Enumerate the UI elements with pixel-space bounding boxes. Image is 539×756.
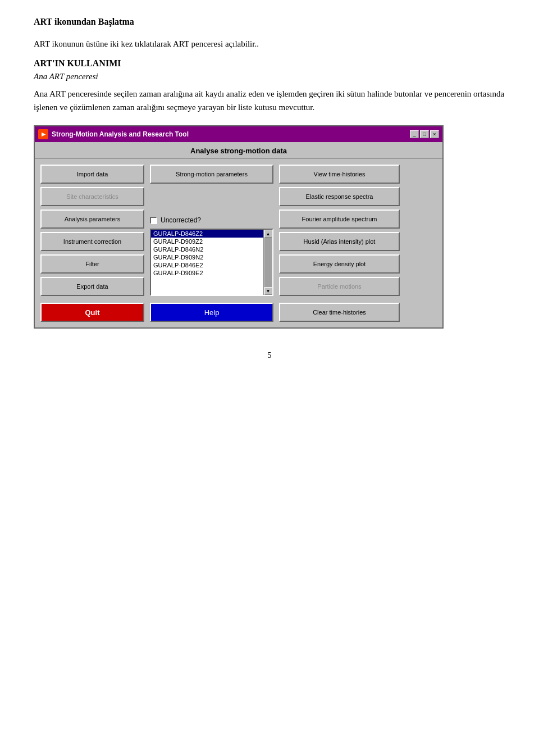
fourier-button[interactable]: Fourier amplitude spectrum — [279, 210, 400, 229]
instrument-listbox[interactable]: GURALP-D846Z2GURALP-D909Z2GURALP-D846N2G… — [150, 229, 273, 296]
list-item[interactable]: GURALP-D846E2 — [151, 261, 263, 269]
export-data-button[interactable]: Export data — [40, 277, 144, 296]
instrument-correction-button[interactable]: Instrument correction — [40, 232, 144, 251]
scroll-down-button[interactable]: ▼ — [264, 287, 272, 295]
import-data-button[interactable]: Import data — [40, 165, 144, 184]
particle-button[interactable]: Particle motions — [279, 277, 400, 296]
uncorrected-row: Uncorrected? — [150, 216, 273, 224]
paragraph-2: Ana ART penceresinde seçilen zaman aralı… — [34, 87, 505, 114]
close-button[interactable]: × — [430, 130, 439, 138]
energy-button[interactable]: Energy density plot — [279, 254, 400, 274]
list-item[interactable]: GURALP-D846N2 — [151, 245, 263, 253]
site-characteristics-button[interactable]: Site characteristics — [40, 187, 144, 206]
elastic-response-button[interactable]: Elastic response spectra — [279, 187, 400, 206]
titlebar: ▶ Strong-Motion Analysis and Research To… — [35, 126, 442, 142]
page-number: 5 — [34, 351, 505, 360]
listbox-scrollbar[interactable]: ▲ ▼ — [263, 230, 272, 295]
clear-button[interactable]: Clear time-histories — [279, 303, 400, 322]
section-title: ART'IN KULLANIMI — [34, 58, 505, 69]
list-item[interactable]: GURALP-D909N2 — [151, 253, 263, 261]
center-column: Strong-motion parameters Uncorrected? GU… — [150, 165, 273, 322]
page-title: ART ikonundan Başlatma — [34, 17, 505, 27]
filter-button[interactable]: Filter — [40, 254, 144, 274]
subtitle-bar: Analyse strong-motion data — [35, 142, 442, 159]
husid-button[interactable]: Husid (Arias intensity) plot — [279, 232, 400, 251]
list-item[interactable]: GURALP-D909E2 — [151, 269, 263, 277]
scrollbar-track — [264, 238, 272, 287]
right-column: View time-histories Elastic response spe… — [279, 165, 400, 322]
list-item[interactable]: GURALP-D909Z2 — [151, 238, 263, 245]
art-body: Import data Site characteristics Analysi… — [35, 159, 442, 327]
help-button[interactable]: Help — [150, 303, 273, 322]
strong-motion-button[interactable]: Strong-motion parameters — [150, 165, 273, 184]
uncorrected-label: Uncorrected? — [161, 216, 201, 224]
window-title: Strong-Motion Analysis and Research Tool — [52, 130, 189, 138]
view-time-button[interactable]: View time-histories — [279, 165, 400, 184]
sub-title: Ana ART penceresi — [34, 72, 505, 81]
minimize-button[interactable]: _ — [410, 130, 419, 138]
art-window: ▶ Strong-Motion Analysis and Research To… — [34, 125, 444, 329]
maximize-button[interactable]: □ — [420, 130, 429, 138]
app-icon: ▶ — [38, 129, 48, 139]
quit-button[interactable]: Quit — [40, 303, 144, 322]
titlebar-left: ▶ Strong-Motion Analysis and Research To… — [38, 129, 189, 139]
paragraph-1: ART ikonunun üstüne iki kez tıklatılarak… — [34, 37, 505, 51]
listbox-items[interactable]: GURALP-D846Z2GURALP-D909Z2GURALP-D846N2G… — [151, 230, 263, 295]
list-item[interactable]: GURALP-D846Z2 — [151, 230, 263, 238]
analysis-parameters-button[interactable]: Analysis parameters — [40, 210, 144, 229]
uncorrected-checkbox[interactable] — [150, 217, 157, 224]
titlebar-controls[interactable]: _ □ × — [410, 130, 439, 138]
scroll-up-button[interactable]: ▲ — [264, 230, 272, 238]
left-column: Import data Site characteristics Analysi… — [40, 165, 144, 322]
